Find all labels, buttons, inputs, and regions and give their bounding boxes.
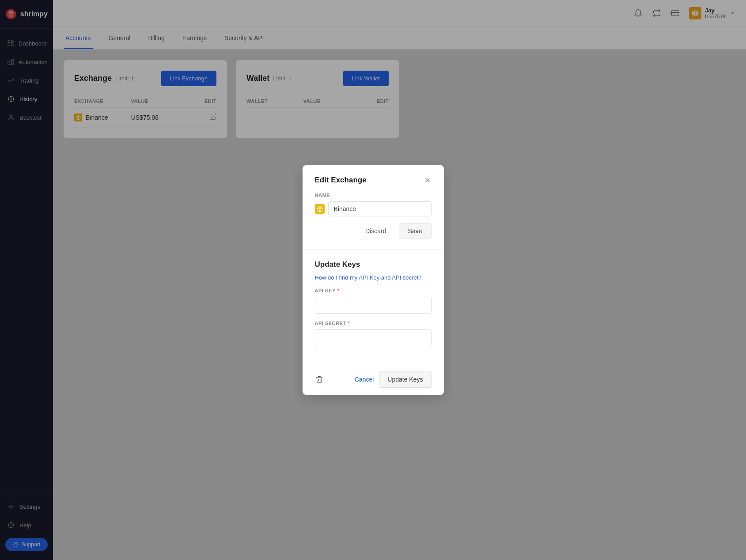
discard-button[interactable]: Discard [358, 223, 393, 238]
update-keys-button[interactable]: Update Keys [379, 371, 431, 388]
api-secret-label: API SECRET* [315, 321, 432, 326]
modal-binance-icon [315, 204, 325, 214]
api-help-link[interactable]: How do I find my API Key and API secret? [315, 274, 432, 281]
api-key-input[interactable] [315, 297, 432, 314]
close-icon [424, 176, 432, 184]
cancel-button[interactable]: Cancel [355, 376, 374, 383]
main-area: Jay US$75.08 Accounts General Billing Ea… [53, 0, 746, 560]
api-key-label: API KEY* [315, 288, 432, 293]
delete-button[interactable] [315, 375, 324, 384]
content: Accounts General Billing Earnings Securi… [53, 26, 746, 560]
save-button[interactable]: Save [399, 223, 432, 238]
api-secret-input[interactable] [315, 329, 432, 346]
modal-title: Edit Exchange [315, 176, 367, 185]
modal-update-keys-section: Update Keys How do I find my API Key and… [303, 249, 444, 364]
modal-close-button[interactable] [424, 176, 432, 184]
name-input-row [315, 201, 432, 216]
update-keys-title: Update Keys [315, 260, 432, 269]
name-input-field[interactable] [328, 201, 432, 216]
modal-overlay: Edit Exchange NAME [53, 26, 746, 560]
modal-footer: Cancel Update Keys [303, 364, 444, 395]
modal-name-actions: Discard Save [315, 223, 432, 238]
footer-actions: Cancel Update Keys [355, 371, 432, 388]
modal-header: Edit Exchange [315, 176, 432, 185]
modal-name-section: Edit Exchange NAME [303, 165, 444, 249]
trash-icon [315, 375, 324, 384]
name-field-label: NAME [315, 193, 432, 198]
edit-exchange-modal: Edit Exchange NAME [303, 165, 444, 395]
